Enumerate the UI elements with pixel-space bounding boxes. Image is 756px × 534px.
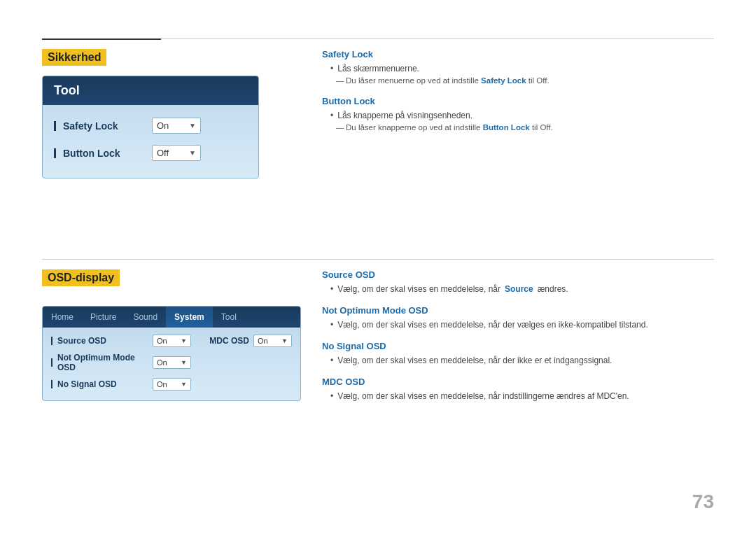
button-lock-desc-title: Button Lock — [322, 96, 714, 106]
button-lock-sub: Du låser knapperne op ved at indstille B… — [336, 123, 714, 132]
tab-home[interactable]: Home — [43, 307, 82, 328]
source-osd-desc-bullet: Vælg, om der skal vises en meddelelse, n… — [330, 284, 714, 294]
mdc-osd-desc-group: MDC OSD Vælg, om der skal vises en medde… — [322, 377, 714, 401]
source-osd-desc-title: Source OSD — [322, 269, 714, 280]
no-signal-desc-bullet: Vælg, om der skal vises en meddelelse, n… — [330, 356, 714, 365]
button-lock-label: Button Lock — [54, 148, 152, 159]
safety-lock-bar — [54, 121, 56, 131]
page-container: Sikkerhed Tool Safety Lock On ▼ — [0, 0, 756, 534]
not-optimum-label: Not Optimum Mode OSD — [51, 353, 153, 372]
button-lock-select[interactable]: Off ▼ — [152, 145, 201, 161]
button-lock-bullet: Lås knapperne på visningsenheden. — [330, 111, 714, 120]
no-signal-select[interactable]: On ▼ — [153, 378, 191, 391]
tab-tool[interactable]: Tool — [213, 307, 245, 328]
button-lock-sub-bold: Button Lock — [483, 123, 530, 132]
source-osd-bar — [51, 337, 52, 345]
safety-lock-value: On — [157, 120, 169, 131]
no-signal-desc-group: No Signal OSD Vælg, om der skal vises en… — [322, 341, 714, 365]
not-optimum-desc-title: Not Optimum Mode OSD — [322, 305, 714, 316]
no-signal-arrow-icon: ▼ — [181, 381, 187, 388]
button-lock-desc-group: Button Lock Lås knapperne på visningsenh… — [322, 96, 714, 132]
not-optimum-select[interactable]: On ▼ — [153, 356, 191, 369]
tool-box-header: Tool — [43, 76, 258, 105]
mdc-osd-label: MDC OSD — [209, 336, 249, 346]
not-optimum-desc-group: Not Optimum Mode OSD Vælg, om der skal v… — [322, 305, 714, 330]
button-lock-arrow-icon: ▼ — [189, 149, 196, 157]
sikkerhed-descriptions: Safety Lock Lås skærmmenuerne. Du låser … — [322, 49, 714, 143]
not-optimum-desc-bullet: Vælg, om der skal vises en meddelelse, n… — [330, 320, 714, 330]
source-osd-select[interactable]: On ▼ — [153, 335, 191, 347]
mdc-osd-select[interactable]: On ▼ — [253, 335, 292, 347]
not-optimum-bar — [51, 358, 52, 367]
mdc-osd-arrow-icon: ▼ — [281, 337, 288, 344]
tool-box: Tool Safety Lock On ▼ — [42, 76, 259, 178]
source-osd-desc-group: Source OSD Vælg, om der skal vises en me… — [322, 269, 714, 294]
sikkerhed-section: Sikkerhed Tool Safety Lock On ▼ — [42, 49, 259, 178]
button-lock-row: Button Lock Off ▼ — [54, 145, 247, 161]
osd-descriptions: Source OSD Vælg, om der skal vises en me… — [322, 269, 714, 412]
no-signal-row: No Signal OSD On ▼ — [51, 378, 292, 391]
source-osd-arrow-icon: ▼ — [181, 337, 187, 344]
not-optimum-arrow-icon: ▼ — [181, 359, 187, 366]
sikkerhed-title: Sikkerhed — [42, 49, 106, 66]
tab-picture[interactable]: Picture — [82, 307, 125, 328]
source-osd-row: Source OSD On ▼ MDC OSD On ▼ — [51, 335, 292, 347]
osd-section: OSD-display Home Picture Sound System To… — [42, 269, 301, 401]
osd-tabs: Home Picture Sound System Tool — [43, 307, 300, 328]
not-optimum-row: Not Optimum Mode OSD On ▼ — [51, 353, 292, 372]
mid-line — [42, 259, 714, 260]
source-bold: Source — [505, 284, 533, 294]
osd-box: Home Picture Sound System Tool Source OS… — [42, 306, 301, 401]
safety-lock-desc-title: Safety Lock — [322, 49, 714, 59]
mdc-osd-desc-title: MDC OSD — [322, 377, 714, 387]
page-number: 73 — [692, 491, 714, 513]
source-osd-label: Source OSD — [51, 336, 153, 346]
mdc-osd-col: MDC OSD On ▼ — [209, 335, 292, 347]
safety-lock-bullet: Lås skærmmenuerne. — [330, 64, 714, 73]
mdc-osd-value: On — [258, 337, 268, 345]
safety-lock-label: Safety Lock — [54, 120, 152, 132]
mdc-osd-desc-bullet: Vælg, om der skal vises en meddelelse, n… — [330, 391, 714, 401]
no-signal-bar — [51, 380, 52, 388]
safety-lock-row: Safety Lock On ▼ — [54, 118, 247, 134]
source-osd-value: On — [157, 337, 167, 345]
button-lock-bar — [54, 148, 56, 158]
button-lock-value: Off — [157, 148, 169, 158]
safety-lock-desc-group: Safety Lock Lås skærmmenuerne. Du låser … — [322, 49, 714, 85]
safety-lock-sub-bold: Safety Lock — [481, 76, 526, 85]
no-signal-desc-title: No Signal OSD — [322, 341, 714, 351]
not-optimum-value: On — [157, 358, 167, 367]
osd-body: Source OSD On ▼ MDC OSD On ▼ — [43, 328, 300, 400]
tool-box-body: Safety Lock On ▼ Button Lock Off ▼ — [43, 105, 258, 178]
safety-lock-select[interactable]: On ▼ — [152, 118, 201, 134]
safety-lock-arrow-icon: ▼ — [189, 122, 196, 129]
safety-lock-sub: Du låser menuerne op ved at indstille Sa… — [336, 76, 714, 85]
top-line-accent — [42, 38, 161, 40]
tab-system[interactable]: System — [166, 307, 213, 328]
no-signal-label: No Signal OSD — [51, 379, 153, 389]
osd-title: OSD-display — [42, 269, 120, 286]
tab-sound[interactable]: Sound — [125, 307, 166, 328]
no-signal-value: On — [157, 380, 167, 388]
